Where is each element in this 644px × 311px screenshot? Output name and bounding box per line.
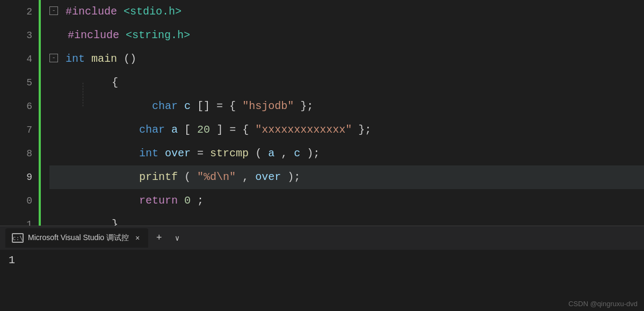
terminal-add-button[interactable]: + [151, 230, 167, 245]
fold-icon-include1[interactable]: - [49, 6, 58, 15]
keyword-char-a: char [139, 124, 165, 136]
line-num-3: 3 [0, 24, 32, 47]
code-line-10: return 0 ; [49, 189, 644, 213]
line-numbers: 2 3 4 5 6 7 8 9 0 1 [0, 0, 39, 226]
code-line-6: char c [] = { "hsjodb" }; [49, 95, 644, 118]
code-line-7: char a [ 20 ] = { "xxxxxxxxxxxxx" }; [49, 118, 644, 142]
arg-a: a [268, 147, 274, 160]
func-main: main [91, 53, 117, 65]
terminal-dropdown-button[interactable]: ∨ [170, 230, 185, 245]
keyword-include2: #include [68, 29, 119, 41]
arg-over: over [255, 171, 281, 183]
line-num-6: 6 [0, 95, 32, 118]
keyword-int-over: int [139, 147, 158, 160]
num-20: 20 [197, 124, 210, 136]
line-num-10: 0 [0, 189, 32, 213]
terminal-panel: c:\ Microsoft Visual Studio 调试控 × + ∨ 1 [0, 226, 644, 311]
code-line-9: printf ( "%d\n" , over ); [49, 165, 644, 189]
open-brace: { [112, 76, 118, 89]
code-lines[interactable]: - #include <stdio.h> #include <string.h>… [39, 0, 644, 226]
keyword-return: return [139, 194, 178, 207]
code-line-8: int over = strcmp ( a , c ); [49, 142, 644, 165]
str-xxx: "xxxxxxxxxxxxx" [255, 124, 352, 136]
code-line-4: - int main () [49, 47, 644, 71]
line-num-4: 4 [0, 47, 32, 71]
code-line-5: { [49, 71, 644, 95]
header-string: <string.h> [126, 29, 190, 41]
func-printf: printf [139, 171, 178, 183]
code-line-11: } [49, 213, 644, 226]
close-brace: } [112, 218, 118, 226]
str-format: "%d\n" [197, 171, 236, 183]
arg-c: c [294, 147, 300, 160]
terminal-tab-label: Microsoft Visual Studio 调试控 [28, 233, 129, 243]
terminal-tabs-bar: c:\ Microsoft Visual Studio 调试控 × + ∨ [0, 226, 644, 250]
line-num-8: 8 [0, 142, 32, 165]
terminal-line-1: 1 [9, 254, 15, 266]
keyword-char-c: char [152, 100, 178, 112]
func-strcmp: strcmp [210, 147, 249, 160]
header-stdio: <stdio.h> [124, 5, 182, 18]
line-num-7: 7 [0, 118, 32, 142]
var-c: c [184, 100, 191, 112]
keyword-int-main: int [66, 53, 85, 65]
active-line-indicator [39, 0, 41, 226]
code-editor: 2 3 4 5 6 7 8 9 0 1 - #include <stdio.h>… [0, 0, 644, 226]
terminal-tab-close[interactable]: × [133, 234, 142, 242]
line-num-2: 2 [0, 0, 32, 24]
terminal-tab-icon: c:\ [12, 233, 24, 243]
keyword-include1: #include [66, 5, 117, 18]
var-a: a [171, 124, 178, 136]
terminal-content: 1 [0, 250, 644, 311]
num-zero: 0 [184, 194, 191, 207]
code-line-2: - #include <stdio.h> [49, 0, 644, 24]
code-line-3: #include <string.h> [49, 24, 644, 47]
str-hsjodb: "hsjodb" [242, 100, 294, 112]
line-num-9: 9 [0, 165, 32, 189]
terminal-tab-vs[interactable]: c:\ Microsoft Visual Studio 调试控 × [5, 228, 148, 248]
watermark: CSDN @qingruxu-dvd [568, 300, 638, 308]
fold-icon-main[interactable]: - [49, 54, 58, 62]
line-num-5: 5 [0, 71, 32, 95]
var-over: over [165, 147, 191, 160]
main-parens: () [124, 53, 136, 65]
